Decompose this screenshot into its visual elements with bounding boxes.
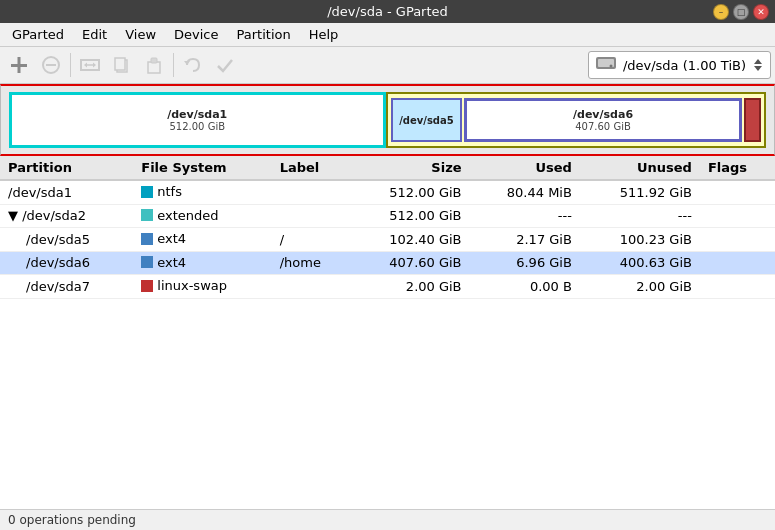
cell-filesystem: ntfs <box>133 180 271 204</box>
copy-button[interactable] <box>107 50 137 80</box>
cell-partition: /dev/sda1 <box>0 180 133 204</box>
resize-button[interactable] <box>75 50 105 80</box>
menu-edit[interactable]: Edit <box>74 25 115 44</box>
menu-gparted[interactable]: GParted <box>4 25 72 44</box>
apply-button[interactable] <box>210 50 240 80</box>
menu-device[interactable]: Device <box>166 25 226 44</box>
cell-unused: 511.92 GiB <box>580 180 700 204</box>
disk-block-sda5[interactable]: /dev/sda5 <box>391 98 463 142</box>
undo-button[interactable] <box>178 50 208 80</box>
status-text: 0 operations pending <box>8 513 136 527</box>
paste-button[interactable] <box>139 50 169 80</box>
svg-rect-1 <box>18 57 21 73</box>
cell-size: 512.00 GiB <box>350 204 470 228</box>
cell-flags <box>700 180 775 204</box>
svg-rect-10 <box>148 62 160 73</box>
table-body: /dev/sda1ntfs512.00 GiB80.44 MiB511.92 G… <box>0 180 775 298</box>
disk-block-sda1-label: /dev/sda1 <box>167 108 227 121</box>
cell-filesystem: extended <box>133 204 271 228</box>
new-partition-button[interactable] <box>4 50 34 80</box>
disk-icon <box>595 54 617 76</box>
toolbar: /dev/sda (1.00 TiB) <box>0 47 775 84</box>
disk-block-sda6[interactable]: /dev/sda6 407.60 GiB <box>464 98 741 142</box>
table-row[interactable]: ▼ /dev/sda2extended512.00 GiB------ <box>0 204 775 228</box>
toolbar-separator-2 <box>173 53 174 77</box>
cell-partition: /dev/sda7 <box>0 275 133 299</box>
cell-unused: --- <box>580 204 700 228</box>
close-button[interactable]: ✕ <box>753 4 769 20</box>
cell-used: 6.96 GiB <box>470 251 580 275</box>
cell-used: --- <box>470 204 580 228</box>
cell-label <box>272 275 350 299</box>
menubar: GParted Edit View Device Partition Help <box>0 23 775 47</box>
minimize-button[interactable]: – <box>713 4 729 20</box>
table-row[interactable]: /dev/sda1ntfs512.00 GiB80.44 MiB511.92 G… <box>0 180 775 204</box>
col-header-partition: Partition <box>0 156 133 180</box>
svg-point-15 <box>609 65 612 68</box>
toolbar-separator-1 <box>70 53 71 77</box>
col-header-label: Label <box>272 156 350 180</box>
table-row[interactable]: /dev/sda5ext4/102.40 GiB2.17 GiB100.23 G… <box>0 228 775 252</box>
cell-label <box>272 204 350 228</box>
cell-partition: /dev/sda5 <box>0 228 133 252</box>
cell-unused: 2.00 GiB <box>580 275 700 299</box>
cell-partition: ▼ /dev/sda2 <box>0 204 133 228</box>
cell-size: 512.00 GiB <box>350 180 470 204</box>
cell-used: 80.44 MiB <box>470 180 580 204</box>
menu-help[interactable]: Help <box>301 25 347 44</box>
menu-view[interactable]: View <box>117 25 164 44</box>
delete-partition-button[interactable] <box>36 50 66 80</box>
table-header-row: Partition File System Label Size Used Un… <box>0 156 775 180</box>
disk-block-sda6-size: 407.60 GiB <box>575 121 631 132</box>
cell-filesystem: ext4 <box>133 228 271 252</box>
svg-marker-7 <box>93 63 96 68</box>
cell-label <box>272 180 350 204</box>
svg-marker-6 <box>84 63 87 68</box>
titlebar: /dev/sda - GParted – □ ✕ <box>0 0 775 23</box>
col-header-size: Size <box>350 156 470 180</box>
col-header-filesystem: File System <box>133 156 271 180</box>
cell-size: 407.60 GiB <box>350 251 470 275</box>
device-selector[interactable]: /dev/sda (1.00 TiB) <box>588 51 771 79</box>
maximize-button[interactable]: □ <box>733 4 749 20</box>
cell-used: 2.17 GiB <box>470 228 580 252</box>
col-header-flags: Flags <box>700 156 775 180</box>
cell-label: /home <box>272 251 350 275</box>
svg-marker-16 <box>754 59 762 64</box>
disk-block-sda6-label: /dev/sda6 <box>573 108 633 121</box>
cell-label: / <box>272 228 350 252</box>
disk-block-sda1-size: 512.00 GiB <box>169 121 225 132</box>
cell-unused: 100.23 GiB <box>580 228 700 252</box>
cell-flags <box>700 251 775 275</box>
svg-rect-11 <box>151 58 157 63</box>
device-selector-arrows-icon <box>752 57 764 73</box>
table-row[interactable]: /dev/sda6ext4/home407.60 GiB6.96 GiB400.… <box>0 251 775 275</box>
cell-partition: /dev/sda6 <box>0 251 133 275</box>
disk-block-sda7[interactable] <box>744 98 761 142</box>
cell-flags <box>700 204 775 228</box>
cell-unused: 400.63 GiB <box>580 251 700 275</box>
cell-size: 102.40 GiB <box>350 228 470 252</box>
cell-filesystem: linux-swap <box>133 275 271 299</box>
menu-partition[interactable]: Partition <box>229 25 299 44</box>
disk-visual: /dev/sda1 512.00 GiB /dev/sda5 /dev/sda6… <box>0 84 775 156</box>
cell-flags <box>700 275 775 299</box>
col-header-used: Used <box>470 156 580 180</box>
window-controls: – □ ✕ <box>713 4 769 20</box>
svg-marker-17 <box>754 66 762 71</box>
cell-used: 0.00 B <box>470 275 580 299</box>
window-title: /dev/sda - GParted <box>327 4 448 19</box>
disk-block-sda1[interactable]: /dev/sda1 512.00 GiB <box>9 92 386 148</box>
cell-size: 2.00 GiB <box>350 275 470 299</box>
device-label: /dev/sda (1.00 TiB) <box>623 58 746 73</box>
cell-flags <box>700 228 775 252</box>
svg-rect-9 <box>115 58 125 70</box>
disk-block-sda2: /dev/sda5 /dev/sda6 407.60 GiB <box>386 92 767 148</box>
svg-marker-12 <box>184 61 190 65</box>
disk-block-sda5-label: /dev/sda5 <box>399 115 454 126</box>
cell-filesystem: ext4 <box>133 251 271 275</box>
table-row[interactable]: /dev/sda7linux-swap2.00 GiB0.00 B2.00 Gi… <box>0 275 775 299</box>
partition-table: Partition File System Label Size Used Un… <box>0 156 775 509</box>
col-header-unused: Unused <box>580 156 700 180</box>
statusbar: 0 operations pending <box>0 509 775 530</box>
